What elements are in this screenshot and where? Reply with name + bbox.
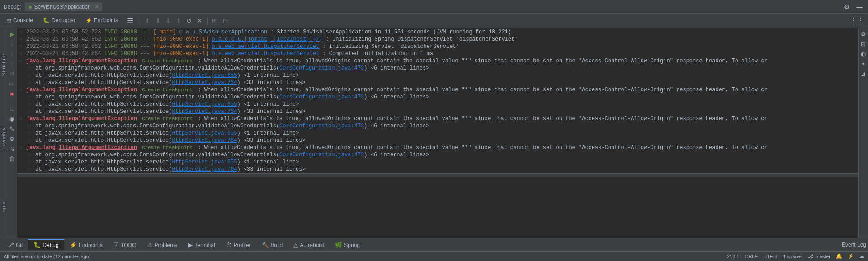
tab-todo[interactable]: ☑ TODO — [108, 239, 142, 250]
stack-link[interactable]: CorsConfiguration.java:473 — [279, 123, 364, 129]
stack-link[interactable]: HttpServlet.java:764 — [172, 79, 237, 86]
toolbar-right-icon[interactable]: ⋮⋮ — [848, 16, 866, 25]
bottom-tabs: ⎇ Git 🐛 Debug ⚡ Endpoints ☑ TODO ⚠ Probl… — [0, 238, 868, 251]
stack-link[interactable]: HttpServlet.java:655 — [172, 159, 237, 165]
step-over-btn[interactable]: ⤵ — [8, 40, 16, 48]
tab-debugger[interactable]: 🐛 Debugger — [38, 15, 80, 26]
structure-label[interactable]: Structure — [0, 50, 7, 79]
exception-link[interactable]: IllegalArgumentException — [59, 144, 137, 151]
log-level: INFO 20088 --- — [104, 36, 150, 42]
tab-git[interactable]: ⎇ Git — [2, 239, 28, 250]
stack-link[interactable]: CorsConfiguration.java:473 — [279, 65, 364, 71]
action-up[interactable]: ⬆ — [143, 16, 152, 26]
problems-icon: ⚠ — [147, 242, 153, 248]
create-breakpoint[interactable]: Create breakpoint — [142, 116, 193, 121]
stack-link[interactable]: HttpServlet.java:655 — [172, 101, 237, 107]
toolbar: ▤ Console 🐛 Debugger ⚡ Endpoints ☰ ⬆ ⬇ ⬇… — [0, 14, 868, 28]
log-text: 2022-03-21 06:58:42.864 INFO 20088 --- [… — [26, 51, 856, 57]
npm-label[interactable]: npm — [0, 198, 7, 215]
timestamp: 2022-03-21 06:58:42.864 — [26, 51, 101, 57]
clear-btn[interactable]: 🗑 — [8, 154, 16, 163]
panel-star-icon[interactable]: ✦ — [859, 60, 868, 68]
exception-line: ☐ java.lang.IllegalArgumentException Cre… — [17, 144, 858, 152]
exception-link[interactable]: IllegalArgumentException — [59, 58, 137, 64]
status-position[interactable]: 218:1 — [727, 254, 740, 259]
stack-link[interactable]: HttpServlet.java:655 — [172, 130, 237, 136]
resume-btn[interactable]: ▶ — [8, 30, 16, 38]
panel-corner-icon[interactable]: ⊿ — [859, 70, 868, 78]
toolbar-menu-icon[interactable]: ☰ — [125, 16, 135, 25]
action-down[interactable]: ⬇ — [153, 16, 163, 26]
status-cloud-icon[interactable]: ☁ — [859, 253, 864, 259]
stack-link[interactable]: HttpServlet.java:655 — [172, 72, 237, 79]
panel-grid-icon[interactable]: ⊞ — [859, 40, 868, 48]
tab-debug[interactable]: 🐛 Debug — [28, 239, 64, 250]
action-down2[interactable]: ⬇ — [164, 16, 173, 26]
action-close[interactable]: ✕ — [195, 16, 204, 26]
scrollbar-horizontal[interactable] — [17, 173, 858, 177]
tab-build[interactable]: 🔨 Build — [256, 239, 288, 250]
status-bell-icon[interactable]: 🔔 — [836, 253, 842, 259]
create-breakpoint[interactable]: Create breakpoint — [142, 87, 193, 93]
stack-link[interactable]: HttpServlet.java:764 — [172, 166, 237, 172]
endpoints-icon: ⚡ — [85, 17, 92, 23]
favorites-label[interactable]: Favorites — [0, 124, 7, 154]
settings-icon[interactable]: ⚙ — [842, 3, 852, 11]
panel-gear-icon[interactable]: ⚙ — [859, 30, 868, 38]
edit-btn[interactable]: ✎ — [8, 125, 16, 133]
log-area[interactable]: ☐ 2022-03-21 06:58:52.728 INFO 20088 ---… — [17, 28, 858, 238]
event-log-link[interactable]: Event Log — [842, 242, 866, 248]
tab-auto-build[interactable]: △ Auto-build — [288, 239, 330, 250]
run-cursor-btn[interactable]: ⏭ — [8, 79, 16, 88]
status-branch[interactable]: ⎇ master — [808, 253, 830, 259]
add-btn[interactable]: ⊕ — [8, 135, 16, 143]
tab-todo-label: TODO — [121, 242, 136, 248]
breakpoints-btn[interactable]: ◉ — [8, 115, 16, 123]
tab-spring[interactable]: 🌿 Spring — [330, 239, 365, 250]
timestamp: 2022-03-21 06:58:52.728 — [26, 29, 101, 35]
exception-link[interactable]: IllegalArgumentException — [59, 87, 137, 93]
tab-problems[interactable]: ⚠ Problems — [142, 239, 183, 250]
action-merge[interactable]: ⊟ — [221, 16, 230, 26]
exception-line: ☐ java.lang.IllegalArgumentException Cre… — [17, 58, 858, 65]
step-out-btn[interactable]: ↑ — [8, 60, 16, 68]
rerun-btn[interactable]: ↺ — [8, 70, 16, 78]
frames-btn[interactable]: ≡ — [8, 105, 16, 113]
tab-profiler[interactable]: ⏱ Profiler — [221, 239, 256, 250]
tab-terminal[interactable]: ▶ Terminal — [183, 239, 220, 250]
tab-endpoints[interactable]: ⚡ Endpoints — [81, 15, 123, 26]
stack-link[interactable]: CorsConfiguration.java:473 — [279, 152, 364, 158]
tab-problems-label: Problems — [155, 242, 178, 248]
stop-btn[interactable]: ■ — [8, 89, 16, 98]
stack-link[interactable]: CorsConfiguration.java:473 — [279, 94, 364, 100]
minimize-icon[interactable]: — — [854, 3, 864, 11]
print-btn[interactable]: 🖨 — [8, 144, 16, 153]
step-into-btn[interactable]: ↓ — [8, 50, 16, 58]
log-class-link[interactable]: o.s.web.servlet.DispatcherServlet — [212, 43, 320, 50]
at-text: at javax.servlet.http.HttpServlet.servic… — [35, 79, 856, 86]
status-line-ending[interactable]: CRLF — [745, 254, 758, 259]
run-config-close[interactable]: × — [95, 4, 99, 10]
log-checkbox: ☐ — [19, 58, 25, 63]
exception-link[interactable]: IllegalArgumentException — [59, 116, 137, 122]
create-breakpoint[interactable]: Create breakpoint — [142, 58, 193, 64]
exception-msg: : When allowCredentials is true, allowed… — [198, 87, 767, 93]
status-power-icon[interactable]: ⚡ — [848, 253, 854, 259]
top-bar: Debug: ● SbWishUserApplication × ⚙ — — [0, 0, 868, 14]
stack-link[interactable]: HttpServlet.java:764 — [172, 108, 237, 115]
status-indentation[interactable]: 4 spaces — [783, 254, 802, 259]
log-thread: [ main] — [153, 29, 179, 35]
create-breakpoint[interactable]: Create breakpoint — [142, 145, 193, 150]
action-up2[interactable]: ⬆ — [174, 16, 184, 26]
status-encoding[interactable]: UTF-8 — [763, 254, 777, 259]
log-text: java.lang.IllegalArgumentException Creat… — [26, 87, 856, 93]
stack-link[interactable]: HttpServlet.java:764 — [172, 137, 237, 144]
action-refresh[interactable]: ↺ — [184, 16, 194, 26]
run-config[interactable]: ● SbWishUserApplication × — [25, 2, 102, 11]
log-class-link[interactable]: o.s.web.servlet.DispatcherServlet — [212, 51, 320, 57]
action-split[interactable]: ⊞ — [210, 16, 220, 26]
tab-endpoints[interactable]: ⚡ Endpoints — [64, 239, 108, 250]
panel-half-icon[interactable]: ◐ — [859, 50, 868, 58]
log-class-link[interactable]: o.a.c.c.C.[Tomcat].[localhost].[/] — [212, 36, 323, 42]
tab-console[interactable]: ▤ Console — [2, 15, 38, 26]
